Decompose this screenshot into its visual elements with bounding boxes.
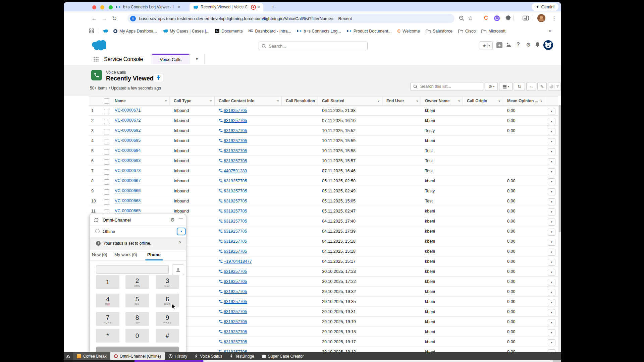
row-checkbox[interactable] (104, 119, 109, 124)
close-tab-icon[interactable]: × (257, 4, 260, 10)
row-checkbox[interactable] (104, 139, 109, 144)
forward-button[interactable]: → (99, 15, 109, 22)
dial-key-0[interactable]: 0 (125, 329, 149, 343)
row-checkbox[interactable] (104, 149, 109, 155)
phone-link[interactable]: 6319257705 (219, 269, 247, 274)
record-link[interactable]: VC-00000665 (115, 208, 141, 214)
row-checkbox[interactable] (104, 199, 109, 205)
app-launcher-waffle-icon[interactable] (93, 56, 99, 62)
row-actions-button[interactable]: ▾ (548, 279, 555, 286)
row-actions-button[interactable]: ▾ (548, 349, 555, 353)
bookmark-item[interactable]: Product Document... (347, 29, 392, 34)
profile-avatar[interactable] (537, 13, 546, 23)
minimize-window-button[interactable] (100, 5, 104, 9)
phone-link[interactable]: 6319257705 (219, 249, 247, 254)
row-checkbox[interactable] (104, 179, 109, 185)
record-link[interactable]: VC-00000672 (115, 118, 141, 123)
extension-purple-icon[interactable] (492, 13, 501, 23)
dial-number-input[interactable] (96, 265, 169, 274)
phone-link[interactable]: 6319257705 (219, 199, 247, 203)
row-checkbox[interactable] (104, 189, 109, 195)
dial-key-2[interactable]: 2ABC (125, 275, 149, 289)
quick-create-icon[interactable]: + (496, 42, 502, 48)
dial-key-7[interactable]: 7PQRS (96, 312, 119, 326)
dial-key-1[interactable]: 1 (96, 275, 119, 289)
bookmark-item[interactable] (103, 29, 108, 33)
select-all-checkbox[interactable] (104, 97, 111, 105)
row-actions-button[interactable]: ▾ (548, 128, 555, 135)
phone-link[interactable]: 6319257705 (219, 179, 247, 183)
bookmark-item[interactable]: Cisco (458, 29, 476, 34)
dial-key-star[interactable]: * (96, 329, 119, 343)
pin-list-button[interactable] (153, 73, 163, 82)
tab-phone[interactable]: Phone (147, 252, 161, 257)
phone-link[interactable]: 6319257705 (219, 159, 247, 163)
utility-item-voice-status[interactable]: Voice Status (191, 352, 226, 360)
call-button-partial[interactable] (96, 347, 179, 352)
record-link[interactable]: VC-00000673 (115, 168, 141, 173)
phone-link[interactable]: 6319257705 (219, 108, 247, 113)
workspace-tab-dropdown[interactable]: ▼ (190, 54, 205, 64)
phone-link[interactable]: 4407591283 (219, 169, 247, 173)
favorites-button[interactable]: ★▾ (480, 41, 493, 50)
charts-filter-group[interactable] (548, 82, 561, 91)
phone-link[interactable]: 6319257705 (219, 309, 247, 314)
extensions-puzzle-icon[interactable] (503, 13, 513, 23)
phone-link[interactable]: 6319257705 (219, 299, 247, 304)
phone-link[interactable]: 6319257705 (219, 138, 247, 143)
phone-link[interactable]: 6319257705 (219, 128, 247, 133)
dial-key-hash[interactable]: # (156, 329, 179, 343)
record-link[interactable]: VC-00000666 (115, 188, 141, 193)
back-button[interactable]: ← (89, 15, 99, 22)
column-header[interactable]: Caller Contact Info∨ (215, 97, 282, 105)
tab-new[interactable]: New (0) (92, 252, 107, 257)
help-icon[interactable]: ? (517, 42, 520, 48)
contact-lookup-button[interactable] (172, 264, 184, 275)
dial-key-9[interactable]: 9WXYZ (156, 312, 179, 326)
column-header[interactable]: Owner Name∨ (421, 97, 463, 105)
phone-link[interactable]: 6319257705 (219, 229, 247, 234)
phone-link[interactable]: 6319257705 (219, 289, 247, 294)
new-tab-button[interactable]: + (269, 3, 277, 11)
column-header[interactable]: Mean Opinion ...∨ (503, 97, 545, 105)
bookmark-item[interactable]: NGDashboard - Intra... (248, 29, 291, 34)
close-tab-icon[interactable]: × (177, 4, 180, 10)
user-avatar[interactable] (543, 40, 553, 50)
omni-minimize-icon[interactable]: — (179, 216, 183, 221)
phone-link[interactable]: 6319257705 (219, 118, 247, 123)
vertical-scrollbar[interactable] (558, 105, 561, 352)
row-actions-button[interactable]: ▾ (548, 198, 555, 205)
dial-key-8[interactable]: 8TUV (125, 312, 149, 326)
row-actions-button[interactable]: ▾ (548, 339, 555, 346)
phone-link[interactable]: 6319257705 (219, 219, 247, 224)
gemini-button[interactable]: ✦ Gemini (532, 3, 558, 11)
bookmark-item[interactable]: My Cases | Cases |... (163, 29, 209, 34)
row-actions-button[interactable]: ▾ (548, 299, 555, 306)
phone-link[interactable]: +19704418477 (219, 259, 252, 264)
utility-item-coffee-break[interactable]: Coffee Break (73, 352, 110, 360)
status-dropdown-button[interactable]: ▼ (177, 228, 185, 235)
phone-link[interactable]: 6319257705 (219, 329, 247, 334)
row-actions-button[interactable]: ▾ (548, 138, 555, 145)
record-link[interactable]: VC-00000694 (115, 148, 141, 153)
row-actions-button[interactable]: ▾ (548, 188, 555, 195)
apps-grid-icon[interactable] (89, 28, 94, 33)
browser-tab-recently-viewed[interactable]: Recently Viewed | Voice C × (190, 3, 263, 11)
row-checkbox[interactable] (104, 129, 109, 134)
list-search-input[interactable] (420, 84, 478, 89)
bookmark-star-icon[interactable]: ☆ (466, 13, 475, 23)
inline-edit-button[interactable]: ✎ (537, 82, 547, 91)
phone-link[interactable]: 6319257705 (219, 319, 247, 324)
tab-my-work[interactable]: My work (0) (114, 252, 137, 257)
record-link[interactable]: VC-00000693 (115, 158, 141, 163)
close-window-button[interactable] (92, 5, 96, 9)
extension-connects-icon[interactable]: C (481, 13, 491, 23)
row-actions-button[interactable]: ▾ (548, 148, 555, 155)
dial-key-4[interactable]: 4GHI (96, 294, 119, 307)
sort-button[interactable]: ↑↓ (526, 82, 536, 91)
column-header[interactable]: Call Started∨ (318, 97, 382, 105)
row-actions-button[interactable]: ▾ (548, 319, 555, 326)
row-actions-button[interactable]: ▾ (548, 289, 555, 296)
row-actions-button[interactable]: ▾ (548, 208, 555, 216)
record-link[interactable]: VC-00000671 (115, 108, 141, 113)
